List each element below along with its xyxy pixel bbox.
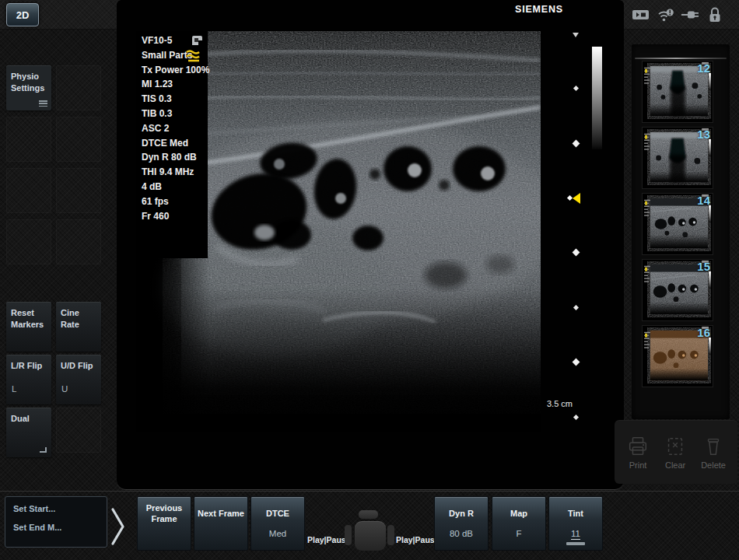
param-line: TIS 0.3 <box>142 92 250 107</box>
thumb-grayscale-bar <box>709 271 711 289</box>
trackball-ball <box>355 521 386 551</box>
play-pause-right-label: Play|Pause <box>396 535 439 544</box>
chevron-right-icon[interactable] <box>110 506 127 548</box>
dynr-value: 80 dB <box>450 529 473 538</box>
param-line: Dyn R 80 dB <box>142 150 250 165</box>
thumbnail-14[interactable]: 14 <box>642 193 713 255</box>
corner-bracket-icon <box>40 447 47 453</box>
focus-marker-icon <box>573 193 580 204</box>
printer-icon <box>626 435 650 458</box>
mode-2d-button[interactable]: 2D <box>6 3 39 26</box>
dual-button[interactable]: Dual <box>6 408 51 457</box>
thumb-grayscale-bar <box>709 139 711 156</box>
cine-set-menu: Set Start... Set End M... <box>5 496 107 548</box>
trackball-top-key <box>359 510 378 519</box>
beam-indicator-icon <box>185 49 204 63</box>
empty-slot <box>6 168 51 213</box>
param-line: TIB 0.3 <box>142 107 250 121</box>
clip-actions-panel: Print Clear Delete <box>615 420 737 484</box>
thumbnail-13[interactable]: 13 <box>642 127 713 189</box>
empty-slot <box>56 168 101 213</box>
physio-settings-button[interactable]: Physio Settings <box>6 65 51 110</box>
display-panel: SIEMENS <box>117 0 624 490</box>
map-button[interactable]: Map F <box>492 496 546 551</box>
empty-slot <box>6 117 51 162</box>
lr-flip-value: L <box>12 383 16 395</box>
lr-flip-button[interactable]: L/R Flip L <box>6 355 51 404</box>
set-start-item[interactable]: Set Start... <box>13 504 55 513</box>
thumb-grayscale-bar <box>709 73 711 90</box>
empty-slot <box>56 65 101 110</box>
trackball-right-key <box>387 525 394 545</box>
param-line: ASC 2 <box>142 121 250 136</box>
reset-markers-button[interactable]: Reset Markers <box>6 302 51 352</box>
empty-slot <box>56 408 101 453</box>
previous-frame-button[interactable]: Previous Frame <box>137 496 191 551</box>
param-line: Fr 460 <box>142 209 250 224</box>
param-line: THI 9.4 MHz <box>142 165 250 180</box>
bottom-separator <box>0 491 739 492</box>
probe-orientation-icon <box>191 34 204 47</box>
depth-scale <box>566 28 587 426</box>
param-line: 61 fps <box>142 194 250 209</box>
ud-flip-value: U <box>61 383 68 395</box>
grayscale-bar <box>592 47 602 149</box>
brand-logo: SIEMENS <box>515 4 563 15</box>
cine-rate-button[interactable]: Cine Rate <box>56 302 101 352</box>
param-line: Tx Power 100% <box>142 63 250 78</box>
trash-icon <box>702 435 725 458</box>
thumb-grayscale-bar <box>709 205 711 222</box>
thumbnail-16[interactable]: 16 <box>642 325 713 387</box>
print-button[interactable]: Print <box>626 435 650 470</box>
empty-slot <box>6 219 51 264</box>
physio-settings-label: Physio Settings <box>11 72 44 93</box>
param-line: 4 dB <box>142 180 250 194</box>
empty-slot <box>56 219 101 264</box>
thumb-scroll-indicator <box>635 58 727 59</box>
status-icon-tray <box>627 4 734 26</box>
clear-button[interactable]: Clear <box>664 435 687 470</box>
param-line: DTCE Med <box>142 136 250 151</box>
tint-indicator-bar <box>566 542 585 545</box>
set-end-item[interactable]: Set End M... <box>13 523 61 532</box>
dynamic-range-button[interactable]: Dyn R 80 dB <box>434 496 489 551</box>
dtce-button[interactable]: DTCE Med <box>250 496 305 551</box>
menu-lines-icon <box>39 100 47 107</box>
dtce-value: Med <box>269 529 286 538</box>
tint-button[interactable]: Tint 11 <box>548 496 603 551</box>
thumb-grayscale-bar <box>709 338 711 355</box>
lock-icon <box>707 6 723 23</box>
delete-button[interactable]: Delete <box>701 435 726 470</box>
param-line: MI 1.23 <box>142 77 250 92</box>
next-frame-button[interactable]: Next Frame <box>194 496 248 551</box>
depth-label: 3.5 cm <box>535 399 573 408</box>
trackball-icon <box>345 510 394 551</box>
clear-selection-icon <box>664 435 687 458</box>
empty-slot <box>56 117 101 162</box>
thumbnail-12[interactable]: 12 <box>642 61 713 123</box>
ud-flip-button[interactable]: U/D Flip U <box>56 355 101 404</box>
tint-value: 11 <box>571 529 580 540</box>
trackball-left-key <box>345 525 352 545</box>
media-status-icon <box>632 7 650 23</box>
plug-icon <box>681 9 700 20</box>
wifi-alert-icon <box>657 7 674 23</box>
thumbnail-15[interactable]: 15 <box>642 259 713 321</box>
thumbnail-strip: 12 13 <box>632 44 730 419</box>
map-value: F <box>516 529 521 538</box>
